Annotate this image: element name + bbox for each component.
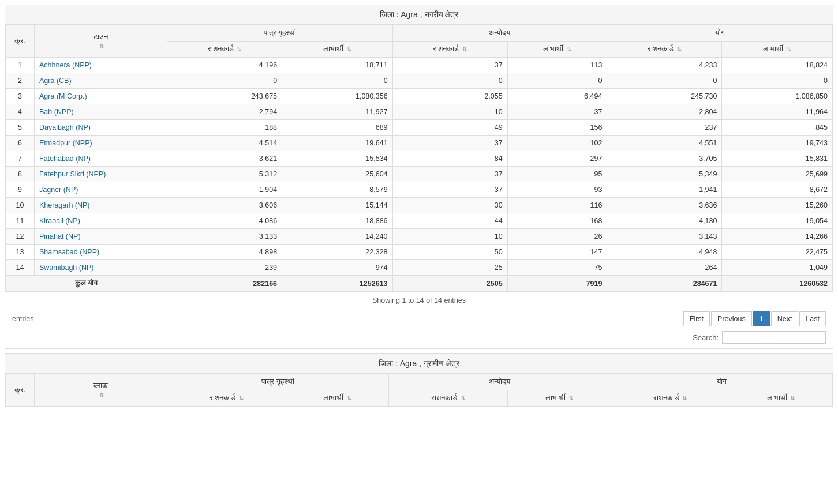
cell: 22,328: [282, 245, 393, 260]
t2-y-labharth-sort[interactable]: ⇅: [790, 395, 795, 401]
cell: 5,312: [167, 167, 282, 182]
y-labharth-sort[interactable]: ⇅: [787, 46, 791, 52]
col2-y-rashankard: राशनकार्ड ⇅: [611, 390, 729, 407]
cell: 845: [722, 120, 833, 136]
town-link[interactable]: Etmadpur (NPP): [35, 136, 167, 151]
entries-label: entries: [12, 315, 34, 323]
cell: 49: [392, 120, 507, 136]
cell: 93: [507, 182, 607, 198]
cell: 8: [6, 167, 35, 182]
town-link[interactable]: Fatehpur Sikri (NPP): [35, 167, 167, 182]
town-link[interactable]: Kiraoali (NP): [35, 213, 167, 229]
col2-an-rashankard: राशनकार्ड ⇅: [389, 390, 508, 407]
an-labharth-sort[interactable]: ⇅: [567, 46, 571, 52]
town-link[interactable]: Shamsabad (NPP): [35, 245, 167, 260]
town-link[interactable]: Agra (M Corp.): [35, 89, 167, 104]
town-link[interactable]: Swamibagh (NP): [35, 260, 167, 276]
town-link[interactable]: Fatehabad (NP): [35, 151, 167, 167]
last-button[interactable]: Last: [799, 311, 826, 326]
t2-pg-labharth-sort[interactable]: ⇅: [347, 395, 351, 401]
block-sort-icon[interactable]: ⇅: [99, 392, 104, 398]
cell: 689: [282, 120, 393, 136]
total-pg-rashankard: 282166: [167, 276, 282, 292]
next-button[interactable]: Next: [771, 311, 799, 326]
town-link[interactable]: Dayalbagh (NP): [35, 120, 167, 136]
cell: 4,196: [167, 58, 282, 73]
town-link[interactable]: Bah (NPP): [35, 104, 167, 120]
cell: 30: [392, 198, 507, 213]
cell: 147: [507, 245, 607, 260]
first-button[interactable]: First: [683, 311, 710, 326]
previous-button[interactable]: Previous: [711, 311, 752, 326]
col-y-labharth: लाभार्थी ⇅: [722, 42, 833, 58]
cell: 5,349: [607, 167, 722, 182]
cell: 297: [507, 151, 607, 167]
pg-rashankard-sort[interactable]: ⇅: [237, 46, 241, 52]
table2-section: जिला : Agra , ग्रामीण क्षेत्र क्र. ब्लाक…: [5, 353, 833, 407]
cell: 239: [167, 260, 282, 276]
col-sno: क्र.: [6, 25, 35, 58]
cell: 19,054: [722, 213, 833, 229]
cell: 7: [6, 151, 35, 167]
cell: 75: [507, 260, 607, 276]
cell: 4,551: [607, 136, 722, 151]
total-an-rashankard: 2505: [392, 276, 507, 292]
town-link[interactable]: Agra (CB): [35, 73, 167, 89]
cell: 102: [507, 136, 607, 151]
t2-an-labharth-sort[interactable]: ⇅: [568, 395, 573, 401]
total-y-rashankard: 284671: [607, 276, 722, 292]
cell: 37: [507, 104, 607, 120]
t2-pg-rashankard-sort[interactable]: ⇅: [239, 395, 244, 401]
cell: 10: [392, 229, 507, 245]
cell: 15,534: [282, 151, 393, 167]
town-sort-icon[interactable]: ⇅: [99, 43, 104, 49]
town-link[interactable]: Jagner (NP): [35, 182, 167, 198]
cell: 3,143: [607, 229, 722, 245]
cell: 25: [392, 260, 507, 276]
cell: 116: [507, 198, 607, 213]
table2-title: जिला : Agra , ग्रामीण क्षेत्र: [5, 354, 833, 374]
search-input[interactable]: [722, 331, 826, 344]
cell: 3,705: [607, 151, 722, 167]
cell: 10: [392, 104, 507, 120]
col2-antyoday: अन्योदय: [389, 374, 611, 390]
col-pg-labharth: लाभार्थी ⇅: [282, 42, 393, 58]
y-rashankard-sort[interactable]: ⇅: [677, 46, 682, 52]
cell: 4,233: [607, 58, 722, 73]
cell: 37: [392, 167, 507, 182]
cell: 1,941: [607, 182, 722, 198]
town-link[interactable]: Achhnera (NPP): [35, 58, 167, 73]
cell: 6,494: [507, 89, 607, 104]
t2-an-rashankard-sort[interactable]: ⇅: [461, 395, 465, 401]
pg-labharth-sort[interactable]: ⇅: [347, 46, 351, 52]
table-row: 12Pinahat (NP)3,13314,24010263,14314,266: [6, 229, 833, 245]
cell: 10: [6, 198, 35, 213]
an-rashankard-sort[interactable]: ⇅: [462, 46, 467, 52]
table-row: 8Fatehpur Sikri (NPP)5,31225,60437955,34…: [6, 167, 833, 182]
cell: 2,804: [607, 104, 722, 120]
cell: 50: [392, 245, 507, 260]
cell: 0: [167, 73, 282, 89]
cell: 243,675: [167, 89, 282, 104]
cell: 2,794: [167, 104, 282, 120]
town-link[interactable]: Kheragarh (NP): [35, 198, 167, 213]
current-page-button[interactable]: 1: [753, 311, 770, 326]
cell: 3,636: [607, 198, 722, 213]
search-label: Search:: [693, 333, 719, 342]
col2-block: ब्लाक ⇅: [35, 374, 167, 407]
table-row: 1Achhnera (NPP)4,19618,711371134,23318,8…: [6, 58, 833, 73]
cell: 188: [167, 120, 282, 136]
t2-y-rashankard-sort[interactable]: ⇅: [682, 395, 687, 401]
cell: 18,824: [722, 58, 833, 73]
cell: 26: [507, 229, 607, 245]
cell: 22,475: [722, 245, 833, 260]
col-y-rashankard: राशनकार्ड ⇅: [607, 42, 722, 58]
cell: 15,831: [722, 151, 833, 167]
cell: 974: [282, 260, 393, 276]
cell: 25,604: [282, 167, 393, 182]
cell: 4,898: [167, 245, 282, 260]
town-link[interactable]: Pinahat (NP): [35, 229, 167, 245]
cell: 2,055: [392, 89, 507, 104]
cell: 18,886: [282, 213, 393, 229]
cell: 3,621: [167, 151, 282, 167]
